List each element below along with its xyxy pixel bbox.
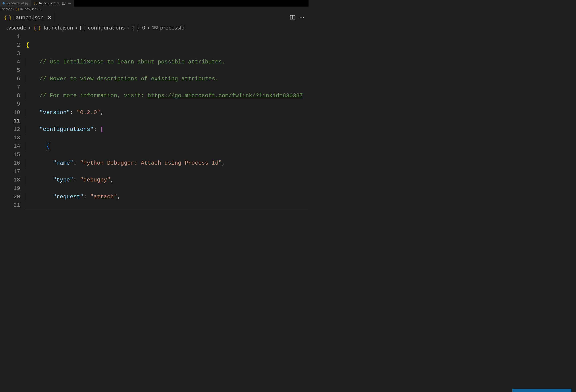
editor-tab-launch-json[interactable]: { } launch.json ×	[0, 12, 55, 23]
line-number: 17	[0, 167, 20, 176]
breadcrumb-processid[interactable]: processId	[160, 25, 185, 31]
line-number: 1	[0, 32, 20, 41]
line-number: 2	[0, 41, 20, 50]
line-number: 5	[0, 66, 20, 75]
breadcrumb-file[interactable]: launch.json	[44, 25, 73, 31]
breadcrumb-index[interactable]: 0	[142, 25, 145, 31]
breadcrumb-folder[interactable]: .vscode	[1, 7, 12, 11]
chevron-right-icon: ›	[37, 7, 38, 11]
python-icon: ⬢	[2, 2, 5, 5]
line-number: 21	[0, 201, 20, 209]
code-editor[interactable]: 1 2 3 4 5 6 7 8 9 10 11 12 13 14 15 16 1…	[0, 32, 309, 210]
code-content[interactable]: { // Use IntelliSense to learn about pos…	[26, 32, 309, 210]
line-number: 11	[0, 117, 20, 125]
line-number: 10	[0, 108, 20, 117]
line-number: 20	[0, 193, 20, 201]
json-value: "debugpy"	[80, 177, 111, 183]
chevron-right-icon: ›	[148, 25, 150, 31]
json-key: "configurations"	[40, 126, 93, 132]
line-number: 7	[0, 83, 20, 92]
line-number: 19	[0, 184, 20, 193]
chevron-right-icon: ›	[127, 25, 129, 31]
json-value: "0.2.0"	[77, 109, 100, 116]
editor-tab-bar: { } launch.json × ···	[0, 12, 309, 23]
tab-label: standardplot.py	[6, 2, 28, 5]
more-icon[interactable]: ···	[299, 15, 304, 20]
braces-icon: { }	[33, 2, 38, 5]
code-comment: // For more information, visit:	[40, 93, 148, 99]
more-icon[interactable]: ···	[68, 2, 71, 5]
json-value: "attach"	[90, 194, 117, 200]
json-key: "version"	[40, 109, 70, 116]
line-number: 4	[0, 58, 20, 66]
line-number: 18	[0, 176, 20, 184]
line-number: 9	[0, 100, 20, 108]
json-key: "name"	[53, 160, 73, 166]
json-key: "request"	[53, 194, 84, 200]
line-number: 16	[0, 159, 20, 167]
line-number: 8	[0, 92, 20, 100]
breadcrumb-configurations[interactable]: configurations	[88, 25, 125, 31]
mini-breadcrumb: .vscode › { } launch.json › ...	[0, 6, 309, 12]
braces-icon: { }	[33, 25, 41, 31]
line-number: 3	[0, 50, 20, 58]
code-comment: // Use IntelliSense to learn about possi…	[40, 59, 225, 65]
close-icon[interactable]: ×	[57, 1, 59, 5]
breadcrumb-bar: .vscode › { } launch.json › [ ] configur…	[0, 23, 309, 32]
json-value: "Python Debugger: Attach using Process I…	[80, 160, 222, 166]
tab-standardplot[interactable]: ⬢ standardplot.py	[0, 0, 31, 6]
line-number-gutter: 1 2 3 4 5 6 7 8 9 10 11 12 13 14 15 16 1…	[0, 32, 26, 210]
breadcrumb-rest[interactable]: ...	[39, 7, 42, 11]
chevron-right-icon: ›	[29, 25, 31, 31]
braces-icon: { }	[132, 25, 140, 31]
split-editor-icon[interactable]	[62, 2, 65, 5]
outer-tab-bar: ⬢ standardplot.py { } launch.json × ···	[0, 0, 309, 6]
line-number: 12	[0, 125, 20, 134]
json-key: "type"	[53, 177, 73, 183]
braces-icon: { }	[4, 15, 12, 20]
tab-launch-json[interactable]: { } launch.json ×	[31, 0, 62, 6]
chevron-right-icon: ›	[76, 25, 78, 31]
braces-icon: { }	[15, 8, 20, 11]
abc-icon: abc	[152, 26, 158, 29]
line-number: 15	[0, 151, 20, 159]
split-editor-icon[interactable]	[290, 15, 295, 20]
line-number: 6	[0, 75, 20, 83]
code-comment: // Hover to view descriptions of existin…	[40, 76, 219, 82]
breadcrumb-file[interactable]: launch.json	[20, 7, 36, 11]
array-icon: [ ]	[80, 25, 86, 31]
code-link[interactable]: https://go.microsoft.com/fwlink/?linkid=…	[147, 93, 303, 99]
close-icon[interactable]: ×	[48, 15, 52, 20]
editor-tab-label: launch.json	[14, 15, 44, 20]
breadcrumb-folder[interactable]: .vscode	[6, 25, 27, 31]
line-number: 14	[0, 142, 20, 151]
tab-bar-empty	[74, 0, 309, 6]
chevron-right-icon: ›	[13, 7, 14, 11]
line-number: 13	[0, 134, 20, 142]
tab-label: launch.json	[39, 2, 55, 5]
